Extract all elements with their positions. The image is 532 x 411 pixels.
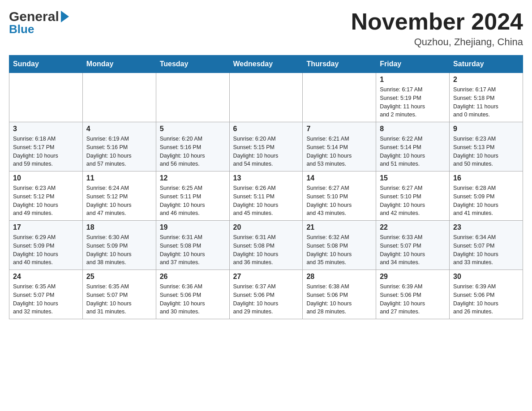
logo-blue-text: Blue — [9, 22, 69, 36]
calendar-cell: 3Sunrise: 6:18 AMSunset: 5:17 PMDaylight… — [9, 122, 83, 171]
logo: General Blue — [9, 9, 69, 36]
calendar-cell: 11Sunrise: 6:24 AMSunset: 5:12 PMDayligh… — [82, 171, 156, 221]
day-number: 8 — [380, 125, 446, 133]
day-info: Sunrise: 6:30 AMSunset: 5:09 PMDaylight:… — [86, 233, 152, 267]
calendar-cell: 8Sunrise: 6:22 AMSunset: 5:14 PMDaylight… — [376, 122, 450, 171]
day-info: Sunrise: 6:39 AMSunset: 5:06 PMDaylight:… — [453, 283, 519, 316]
day-info: Sunrise: 6:35 AMSunset: 5:07 PMDaylight:… — [13, 283, 79, 316]
day-number: 20 — [233, 223, 299, 231]
header-saturday: Saturday — [450, 56, 523, 73]
day-info: Sunrise: 6:29 AMSunset: 5:09 PMDaylight:… — [13, 233, 79, 267]
day-number: 17 — [13, 223, 79, 231]
day-number: 22 — [380, 223, 446, 231]
day-info: Sunrise: 6:26 AMSunset: 5:11 PMDaylight:… — [233, 184, 299, 218]
day-number: 5 — [160, 125, 226, 133]
day-number: 11 — [86, 174, 152, 182]
calendar-table: SundayMondayTuesdayWednesdayThursdayFrid… — [9, 55, 523, 319]
day-number: 24 — [13, 273, 79, 281]
day-number: 15 — [380, 174, 446, 182]
calendar-header-row: SundayMondayTuesdayWednesdayThursdayFrid… — [9, 56, 523, 73]
calendar-cell: 9Sunrise: 6:23 AMSunset: 5:13 PMDaylight… — [450, 122, 523, 171]
calendar-cell: 30Sunrise: 6:39 AMSunset: 5:06 PMDayligh… — [450, 270, 523, 319]
header-friday: Friday — [376, 56, 450, 73]
day-number: 29 — [380, 273, 446, 281]
calendar-week-row: 24Sunrise: 6:35 AMSunset: 5:07 PMDayligh… — [9, 270, 523, 319]
day-info: Sunrise: 6:27 AMSunset: 5:10 PMDaylight:… — [306, 184, 372, 218]
calendar-cell: 1Sunrise: 6:17 AMSunset: 5:19 PMDaylight… — [376, 73, 450, 122]
day-info: Sunrise: 6:17 AMSunset: 5:18 PMDaylight:… — [453, 86, 519, 119]
calendar-cell: 27Sunrise: 6:37 AMSunset: 5:06 PMDayligh… — [229, 270, 303, 319]
calendar-cell: 15Sunrise: 6:27 AMSunset: 5:10 PMDayligh… — [376, 171, 450, 221]
header-sunday: Sunday — [9, 56, 83, 73]
calendar-cell — [9, 73, 83, 122]
day-info: Sunrise: 6:32 AMSunset: 5:08 PMDaylight:… — [306, 233, 372, 267]
day-number: 25 — [86, 273, 152, 281]
day-info: Sunrise: 6:28 AMSunset: 5:09 PMDaylight:… — [453, 184, 519, 218]
day-number: 14 — [306, 174, 372, 182]
calendar-cell: 14Sunrise: 6:27 AMSunset: 5:10 PMDayligh… — [303, 171, 376, 221]
day-info: Sunrise: 6:24 AMSunset: 5:12 PMDaylight:… — [86, 184, 152, 218]
calendar-week-row: 1Sunrise: 6:17 AMSunset: 5:19 PMDaylight… — [9, 73, 523, 122]
day-number: 30 — [453, 273, 519, 281]
day-info: Sunrise: 6:20 AMSunset: 5:16 PMDaylight:… — [160, 135, 226, 168]
header-monday: Monday — [82, 56, 156, 73]
calendar-cell: 28Sunrise: 6:38 AMSunset: 5:06 PMDayligh… — [303, 270, 376, 319]
day-number: 16 — [453, 174, 519, 182]
calendar-cell: 2Sunrise: 6:17 AMSunset: 5:18 PMDaylight… — [450, 73, 523, 122]
header-thursday: Thursday — [303, 56, 376, 73]
day-info: Sunrise: 6:39 AMSunset: 5:06 PMDaylight:… — [380, 283, 446, 316]
header-wednesday: Wednesday — [229, 56, 303, 73]
calendar-cell: 23Sunrise: 6:34 AMSunset: 5:07 PMDayligh… — [450, 221, 523, 270]
header: General Blue November 2024 Quzhou, Zheji… — [9, 9, 523, 48]
day-info: Sunrise: 6:20 AMSunset: 5:15 PMDaylight:… — [233, 135, 299, 168]
day-number: 19 — [160, 223, 226, 231]
calendar-cell: 20Sunrise: 6:31 AMSunset: 5:08 PMDayligh… — [229, 221, 303, 270]
month-title: November 2024 — [351, 9, 523, 34]
header-tuesday: Tuesday — [156, 56, 229, 73]
day-number: 9 — [453, 125, 519, 133]
day-info: Sunrise: 6:25 AMSunset: 5:11 PMDaylight:… — [160, 184, 226, 218]
day-number: 2 — [453, 76, 519, 84]
calendar-cell: 7Sunrise: 6:21 AMSunset: 5:14 PMDaylight… — [303, 122, 376, 171]
day-info: Sunrise: 6:35 AMSunset: 5:07 PMDaylight:… — [86, 283, 152, 316]
calendar-week-row: 17Sunrise: 6:29 AMSunset: 5:09 PMDayligh… — [9, 221, 523, 270]
day-number: 13 — [233, 174, 299, 182]
calendar-cell — [82, 73, 156, 122]
calendar-cell: 6Sunrise: 6:20 AMSunset: 5:15 PMDaylight… — [229, 122, 303, 171]
day-number: 4 — [86, 125, 152, 133]
calendar-cell: 5Sunrise: 6:20 AMSunset: 5:16 PMDaylight… — [156, 122, 229, 171]
calendar-cell: 13Sunrise: 6:26 AMSunset: 5:11 PMDayligh… — [229, 171, 303, 221]
day-info: Sunrise: 6:36 AMSunset: 5:06 PMDaylight:… — [160, 283, 226, 316]
calendar-cell: 10Sunrise: 6:23 AMSunset: 5:12 PMDayligh… — [9, 171, 83, 221]
calendar-cell: 4Sunrise: 6:19 AMSunset: 5:16 PMDaylight… — [82, 122, 156, 171]
day-number: 1 — [380, 76, 446, 84]
day-info: Sunrise: 6:22 AMSunset: 5:14 PMDaylight:… — [380, 135, 446, 168]
day-info: Sunrise: 6:23 AMSunset: 5:12 PMDaylight:… — [13, 184, 79, 218]
calendar-cell: 21Sunrise: 6:32 AMSunset: 5:08 PMDayligh… — [303, 221, 376, 270]
day-info: Sunrise: 6:18 AMSunset: 5:17 PMDaylight:… — [13, 135, 79, 168]
calendar-cell: 25Sunrise: 6:35 AMSunset: 5:07 PMDayligh… — [82, 270, 156, 319]
calendar-cell: 24Sunrise: 6:35 AMSunset: 5:07 PMDayligh… — [9, 270, 83, 319]
location: Quzhou, Zhejiang, China — [351, 36, 523, 48]
day-number: 26 — [160, 273, 226, 281]
day-info: Sunrise: 6:37 AMSunset: 5:06 PMDaylight:… — [233, 283, 299, 316]
calendar-week-row: 3Sunrise: 6:18 AMSunset: 5:17 PMDaylight… — [9, 122, 523, 171]
calendar-cell: 16Sunrise: 6:28 AMSunset: 5:09 PMDayligh… — [450, 171, 523, 221]
logo-triangle-icon — [61, 11, 69, 22]
day-number: 18 — [86, 223, 152, 231]
day-number: 23 — [453, 223, 519, 231]
day-number: 7 — [306, 125, 372, 133]
calendar-cell — [229, 73, 303, 122]
day-number: 6 — [233, 125, 299, 133]
calendar-cell — [303, 73, 376, 122]
logo-general-text: General — [9, 9, 59, 24]
calendar-cell: 17Sunrise: 6:29 AMSunset: 5:09 PMDayligh… — [9, 221, 83, 270]
title-area: November 2024 Quzhou, Zhejiang, China — [351, 9, 523, 48]
day-number: 28 — [306, 273, 372, 281]
calendar-week-row: 10Sunrise: 6:23 AMSunset: 5:12 PMDayligh… — [9, 171, 523, 221]
calendar-cell: 19Sunrise: 6:31 AMSunset: 5:08 PMDayligh… — [156, 221, 229, 270]
day-info: Sunrise: 6:33 AMSunset: 5:07 PMDaylight:… — [380, 233, 446, 267]
day-number: 10 — [13, 174, 79, 182]
day-info: Sunrise: 6:31 AMSunset: 5:08 PMDaylight:… — [233, 233, 299, 267]
day-number: 21 — [306, 223, 372, 231]
